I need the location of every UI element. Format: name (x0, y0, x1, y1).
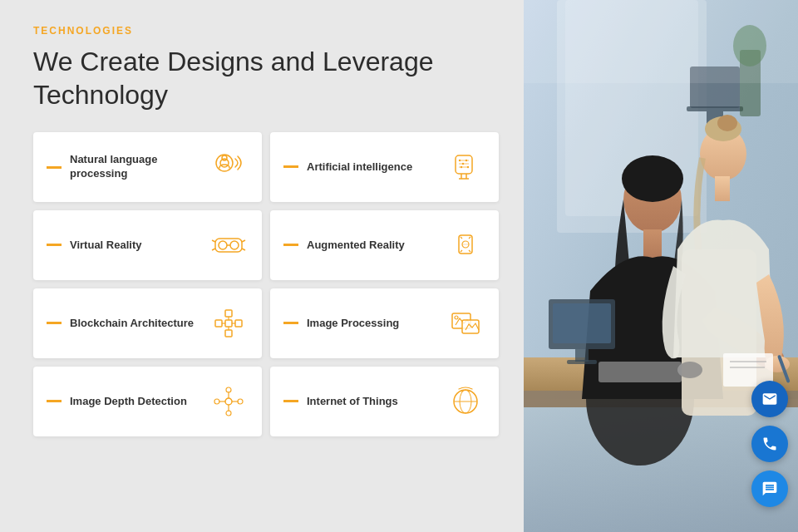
ai-icon (446, 147, 485, 187)
card-title-depth-detection: Image Depth Detection (70, 395, 187, 409)
card-blockchain-architecture[interactable]: Blockchain Architecture (33, 288, 262, 358)
svg-rect-32 (225, 330, 232, 337)
svg-point-0 (216, 155, 233, 171)
card-augmented-reality[interactable]: Augmented Reality (270, 210, 499, 280)
svg-rect-74 (715, 176, 730, 201)
card-image-depth-detection[interactable]: Image Depth Detection (33, 367, 262, 436)
card-dash (47, 244, 62, 246)
svg-point-16 (219, 241, 227, 249)
card-title-image-processing: Image Processing (307, 317, 399, 331)
fab-container (751, 381, 788, 507)
svg-rect-3 (456, 155, 472, 174)
left-panel: TECHNOLOGIES We Create Designs and Lever… (0, 0, 524, 532)
card-title-ai: Artificial intelligence (307, 160, 412, 175)
card-dash (283, 400, 298, 402)
section-label: TECHNOLOGIES (33, 25, 499, 37)
svg-line-22 (242, 249, 245, 250)
svg-point-40 (455, 316, 458, 319)
svg-rect-31 (225, 310, 232, 317)
svg-point-7 (459, 160, 461, 161)
card-title-iot: Internet of Things (307, 395, 398, 409)
ar-icon (446, 225, 485, 265)
image-processing-icon (446, 303, 485, 343)
phone-fab-button[interactable] (751, 426, 788, 462)
card-artificial-intelligence[interactable]: Artificial intelligence (270, 132, 499, 202)
right-panel (524, 0, 798, 532)
card-dash (283, 322, 298, 324)
card-internet-of-things[interactable]: Internet of Things (270, 367, 499, 436)
svg-rect-33 (215, 320, 222, 327)
svg-line-26 (469, 237, 470, 239)
svg-point-42 (225, 398, 232, 405)
card-dash (47, 322, 62, 324)
card-dash (47, 166, 62, 169)
svg-point-2 (222, 155, 227, 160)
svg-rect-86 (524, 0, 798, 83)
svg-point-8 (462, 163, 464, 165)
iot-icon (446, 382, 485, 421)
svg-line-19 (212, 240, 215, 242)
main-title: We Create Designs and Leverage Technolog… (33, 45, 499, 111)
svg-point-9 (466, 160, 467, 161)
svg-rect-81 (598, 362, 682, 382)
svg-point-11 (467, 166, 469, 168)
card-natural-language-processing[interactable]: Natural language processing (33, 132, 262, 202)
card-image-processing[interactable]: Image Processing (270, 288, 499, 358)
blockchain-icon (209, 303, 249, 343)
svg-line-20 (212, 249, 215, 250)
card-dash (283, 244, 298, 246)
vr-icon (209, 225, 249, 265)
chat-fab-button[interactable] (751, 470, 788, 507)
svg-rect-30 (225, 320, 232, 327)
technology-grid: Natural language processing (33, 132, 499, 436)
svg-point-17 (230, 241, 239, 249)
svg-line-28 (469, 250, 470, 252)
svg-line-27 (461, 250, 462, 252)
card-title-vr: Virtual Reality (70, 239, 141, 253)
svg-point-73 (717, 115, 737, 131)
svg-line-21 (242, 240, 245, 242)
card-dash (47, 400, 62, 402)
svg-point-10 (461, 166, 462, 168)
svg-rect-85 (567, 360, 597, 364)
svg-line-25 (461, 237, 462, 239)
card-title-nlp: Natural language processing (70, 153, 209, 181)
svg-point-67 (622, 155, 683, 202)
depth-detection-icon (209, 382, 249, 421)
svg-rect-83 (553, 303, 611, 343)
nlp-icon (209, 147, 249, 187)
svg-rect-41 (462, 320, 479, 333)
svg-rect-58 (687, 106, 743, 111)
card-title-blockchain: Blockchain Architecture (70, 317, 194, 331)
card-title-ar: Augmented Reality (307, 239, 405, 253)
svg-rect-34 (235, 320, 242, 327)
email-fab-button[interactable] (751, 381, 788, 417)
card-dash (283, 165, 298, 168)
card-virtual-reality[interactable]: Virtual Reality (33, 210, 262, 280)
svg-rect-84 (575, 349, 589, 362)
